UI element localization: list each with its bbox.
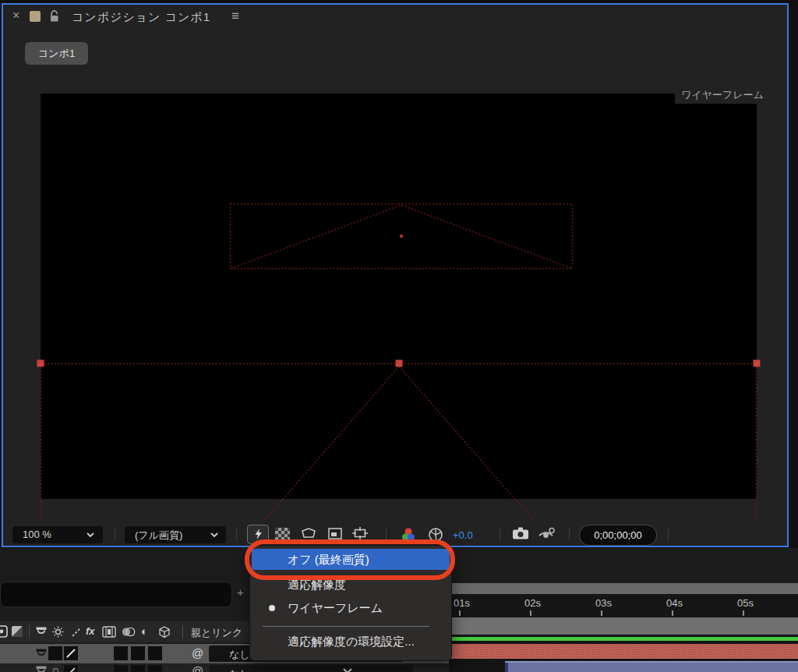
- resolution-dropdown[interactable]: (フル画質): [125, 526, 226, 543]
- mask-visibility-button[interactable]: [301, 527, 316, 539]
- parent-dropdown[interactable]: なし: [209, 665, 413, 672]
- transfer-controls-pane-icon[interactable]: [11, 625, 23, 638]
- after-effects-workspace: × コンポジション コンポ1 ≡ コンポ1 ワイヤーフレーム 100 %: [0, 0, 798, 672]
- pick-whip-icon[interactable]: @: [192, 664, 203, 672]
- work-area-bar[interactable]: [449, 617, 798, 635]
- column-divider: [182, 625, 183, 638]
- ruler-gap: [449, 659, 798, 672]
- ruler-label: 02s: [524, 597, 541, 609]
- menu-separator: [263, 626, 429, 627]
- toolbar-divider: [500, 529, 500, 540]
- time-ruler[interactable]: 01s 02s 03s 04s 05s: [449, 594, 798, 617]
- 3d-layer-toggle[interactable]: [148, 646, 162, 660]
- toolbar-divider: [115, 529, 115, 540]
- menu-item-wireframe[interactable]: ワイヤーフレーム: [252, 597, 450, 618]
- shy-toggle-icon[interactable]: [35, 666, 48, 672]
- plus-icon[interactable]: +: [237, 585, 244, 599]
- panel-color-swatch-icon: [30, 11, 41, 22]
- layer-row[interactable]: @ なし: [0, 664, 449, 672]
- collapse-toggle[interactable]: [50, 665, 62, 672]
- region-of-interest-button[interactable]: [328, 528, 342, 539]
- layer-switches-pane-icon[interactable]: [0, 625, 8, 638]
- current-time-field[interactable]: 0;00;00;00: [579, 525, 657, 546]
- fast-previews-menu: オフ (最終画質) 適応解像度 ワイヤーフレーム 適応解像度の環境設定...: [249, 545, 452, 661]
- panel-close-icon[interactable]: ×: [12, 9, 19, 23]
- magnification-dropdown[interactable]: 100 %: [12, 526, 103, 543]
- chevron-down-icon: [87, 532, 94, 537]
- ruler-tick: [601, 610, 602, 616]
- parent-value: なし: [229, 648, 250, 662]
- 3d-layer-column-icon[interactable]: [158, 626, 171, 638]
- take-snapshot-button[interactable]: [512, 526, 529, 540]
- menu-item-adaptive-resolution-preferences[interactable]: 適応解像度の環境設定...: [252, 631, 450, 653]
- timeline-search-input[interactable]: [0, 582, 232, 607]
- ruler-label: 01s: [454, 597, 470, 609]
- ruler-tick: [530, 610, 531, 616]
- layer-duration-bar-salmon[interactable]: [449, 644, 798, 659]
- panel-title: コンポジション コンポ1: [72, 10, 210, 25]
- selected-radio-icon: [269, 605, 275, 611]
- shy-column-icon[interactable]: [35, 627, 48, 637]
- ruler-label: 05s: [737, 597, 754, 609]
- ruler-tick: [743, 610, 744, 616]
- toolbar-divider: [668, 529, 669, 540]
- panel-menu-icon[interactable]: ≡: [231, 9, 239, 24]
- wireframe-mode-badge: ワイヤーフレーム: [675, 87, 770, 104]
- transparency-grid-button[interactable]: [275, 528, 290, 539]
- tab-comp1[interactable]: コンポ1: [25, 42, 88, 65]
- show-snapshot-button[interactable]: [538, 527, 556, 540]
- grid-guides-button[interactable]: [352, 527, 368, 539]
- show-channel-button[interactable]: [401, 527, 416, 543]
- ruler-label: 03s: [595, 597, 612, 609]
- layer-duration-bar-blue[interactable]: [505, 661, 798, 672]
- parent-value: なし: [229, 667, 250, 672]
- motion-blur-column-icon[interactable]: [121, 626, 136, 638]
- unlock-icon[interactable]: [49, 9, 60, 23]
- quality-toggle[interactable]: [64, 646, 78, 660]
- composition-viewport[interactable]: [41, 94, 757, 499]
- exposure-reset-button[interactable]: [428, 527, 443, 543]
- 3d-layer-toggle[interactable]: [148, 665, 162, 672]
- chevron-down-icon: [210, 532, 218, 537]
- menu-item-adaptive-resolution[interactable]: 適応解像度: [252, 574, 450, 595]
- motion-blur-toggle[interactable]: [114, 646, 128, 660]
- resolution-value: (フル画質): [135, 529, 182, 543]
- fast-previews-button[interactable]: [247, 525, 269, 544]
- toolbar-divider: [386, 529, 387, 540]
- ruler-label: 04s: [666, 597, 683, 609]
- pick-whip-icon[interactable]: @: [192, 646, 203, 660]
- toolbar-divider: [236, 529, 237, 540]
- magnification-value: 100 %: [23, 529, 51, 540]
- motion-blur-toggle[interactable]: [114, 665, 128, 672]
- exposure-value[interactable]: +0.0: [453, 529, 473, 541]
- shy-toggle-icon[interactable]: [35, 649, 48, 659]
- menu-item-off-final-quality[interactable]: オフ (最終画質): [252, 549, 450, 570]
- quality-toggle[interactable]: [64, 665, 78, 672]
- quality-column-icon[interactable]: [71, 627, 82, 638]
- adjustment-layer-toggle[interactable]: [131, 665, 145, 672]
- adjustment-layer-column-icon[interactable]: ◐: [141, 624, 148, 638]
- work-area-bar[interactable]: [449, 583, 798, 594]
- adjustment-layer-toggle[interactable]: [131, 646, 145, 660]
- ruler-tick: [459, 610, 461, 616]
- toolbar-divider: [569, 529, 570, 540]
- chevron-down-icon: [343, 668, 352, 672]
- ruler-tick: [672, 610, 673, 616]
- effects-column-icon[interactable]: fx: [86, 625, 95, 637]
- frame-blend-column-icon[interactable]: [102, 626, 116, 638]
- column-divider: [29, 625, 30, 638]
- parent-link-column-header[interactable]: 親とリンク: [191, 626, 242, 640]
- collapse-transformations-column-icon[interactable]: [52, 626, 64, 638]
- collapse-toggle[interactable]: [48, 646, 62, 660]
